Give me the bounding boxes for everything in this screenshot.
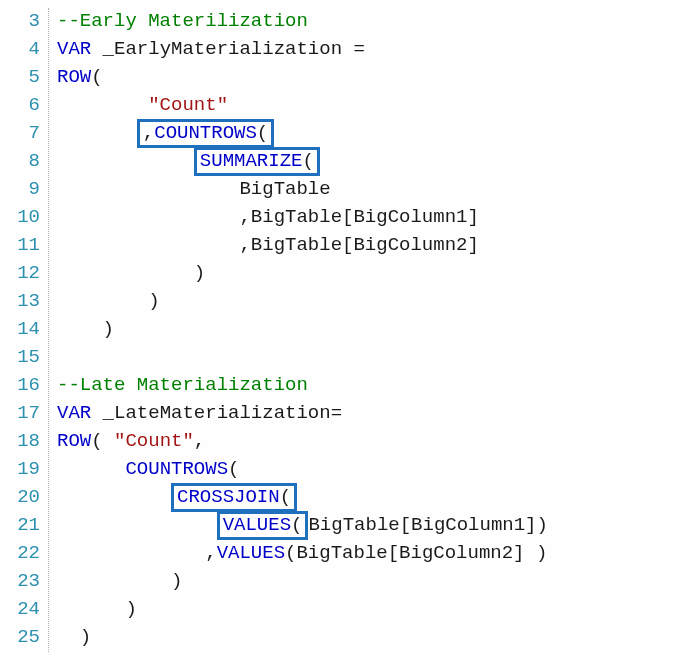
token: "Count" [148,94,228,116]
code-line[interactable]: "Count" [57,92,548,120]
line-number: 5 [8,64,40,92]
token: ( [285,542,296,564]
code-line[interactable]: VAR _EarlyMaterialization = [57,36,548,64]
token: BigTable [57,178,331,200]
code-line[interactable]: ,COUNTROWS( [57,120,548,148]
line-number-gutter: 345678910111213141516171819202122232425 [8,8,49,652]
token: ) [57,318,114,340]
highlight-box: SUMMARIZE( [194,147,320,176]
line-number: 3 [8,8,40,36]
token: --Late Materialization [57,374,308,396]
token: ,BigTable[BigColumn2] [57,234,479,256]
token: BigTable[BigColumn1]) [308,514,547,536]
token: , [143,122,154,144]
token [57,122,137,144]
token: = [353,38,364,60]
line-number: 23 [8,568,40,596]
token: VAR [57,38,91,60]
line-number: 14 [8,316,40,344]
line-number: 24 [8,596,40,624]
line-number: 6 [8,92,40,120]
token: = [331,402,342,424]
token: ) [57,598,137,620]
line-number: 4 [8,36,40,64]
line-number: 16 [8,372,40,400]
token: _EarlyMaterialization [91,38,353,60]
token: , [194,430,205,452]
token: VALUES [217,542,285,564]
token: ) [57,626,91,648]
code-line[interactable]: SUMMARIZE( [57,148,548,176]
line-number: 7 [8,120,40,148]
code-line[interactable]: ) [57,596,548,624]
highlight-box: CROSSJOIN( [171,483,297,512]
token: CROSSJOIN [177,486,280,508]
token: ,BigTable[BigColumn1] [57,206,479,228]
line-number: 13 [8,288,40,316]
token: ( [228,458,239,480]
line-number: 17 [8,400,40,428]
token: ROW [57,66,91,88]
token: COUNTROWS [125,458,228,480]
line-number: 8 [8,148,40,176]
token: BigTable[BigColumn2] ) [296,542,547,564]
token: ROW [57,430,91,452]
token: VALUES [223,514,291,536]
code-line[interactable]: ) [57,624,548,652]
code-line[interactable]: ) [57,260,548,288]
code-line[interactable]: CROSSJOIN( [57,484,548,512]
token: ( [291,514,302,536]
line-number: 12 [8,260,40,288]
token: ) [57,290,160,312]
token: --Early Materilization [57,10,308,32]
line-number: 21 [8,512,40,540]
token: , [57,542,217,564]
code-line[interactable]: ROW( [57,64,548,92]
token [57,486,171,508]
code-line[interactable]: ) [57,568,548,596]
token: _LateMaterialization [91,402,330,424]
code-line[interactable] [57,344,548,372]
token [57,94,148,116]
line-number: 20 [8,484,40,512]
code-line[interactable]: VAR _LateMaterialization= [57,400,548,428]
code-line[interactable]: ROW( "Count", [57,428,548,456]
line-number: 9 [8,176,40,204]
code-line[interactable]: BigTable [57,176,548,204]
line-number: 19 [8,456,40,484]
code-line[interactable]: ,VALUES(BigTable[BigColumn2] ) [57,540,548,568]
token: "Count" [114,430,194,452]
line-number: 11 [8,232,40,260]
code-area[interactable]: --Early MaterilizationVAR _EarlyMaterial… [49,8,548,652]
code-line[interactable]: --Early Materilization [57,8,548,36]
code-line[interactable]: COUNTROWS( [57,456,548,484]
token: ( [91,430,114,452]
line-number: 10 [8,204,40,232]
code-line[interactable]: VALUES(BigTable[BigColumn1]) [57,512,548,540]
token: COUNTROWS [154,122,257,144]
code-line[interactable]: --Late Materialization [57,372,548,400]
token: ) [57,570,182,592]
token [57,150,194,172]
code-line[interactable]: ) [57,288,548,316]
line-number: 22 [8,540,40,568]
code-editor: 345678910111213141516171819202122232425 … [8,8,673,652]
token: VAR [57,402,91,424]
line-number: 18 [8,428,40,456]
highlight-box: VALUES( [217,511,309,540]
token: ) [57,262,205,284]
code-line[interactable]: ) [57,316,548,344]
token: ( [280,486,291,508]
highlight-box: ,COUNTROWS( [137,119,274,148]
token [57,514,217,536]
token: ( [257,122,268,144]
line-number: 15 [8,344,40,372]
token [57,458,125,480]
code-line[interactable]: ,BigTable[BigColumn1] [57,204,548,232]
line-number: 25 [8,624,40,652]
token: ( [302,150,313,172]
code-line[interactable]: ,BigTable[BigColumn2] [57,232,548,260]
token: ( [91,66,102,88]
token: SUMMARIZE [200,150,303,172]
